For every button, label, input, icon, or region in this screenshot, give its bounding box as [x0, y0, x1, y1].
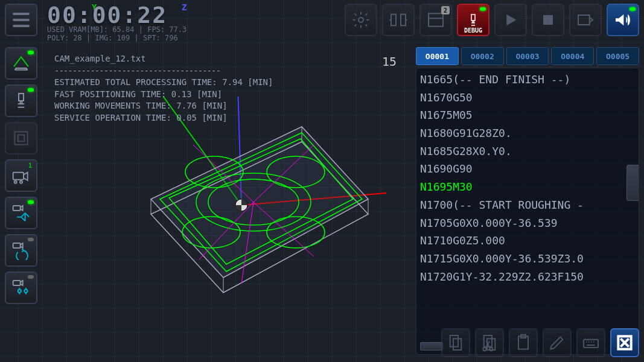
horizontal-scrollbar[interactable] — [420, 342, 443, 351]
plane-button[interactable] — [5, 47, 37, 80]
copy-button[interactable] — [441, 328, 470, 357]
svg-rect-44 — [453, 338, 461, 350]
svg-rect-32 — [19, 94, 24, 101]
led-icon — [28, 88, 34, 92]
panel-button[interactable]: 2 — [419, 4, 452, 36]
play-button[interactable] — [494, 4, 527, 36]
camera-1-button[interactable]: 1 — [5, 159, 37, 192]
step-button[interactable] — [569, 4, 602, 36]
viewport-number: 15 — [382, 54, 397, 69]
program-tab[interactable]: O0003 — [506, 47, 549, 65]
columns-button[interactable] — [382, 4, 415, 36]
camera-rotate-button[interactable] — [5, 234, 37, 267]
svg-rect-27 — [429, 13, 443, 26]
panel-badge: 2 — [441, 6, 450, 14]
fast-pos-time: FAST POSITIONING TIME: 0.13 [MIN] — [54, 89, 273, 101]
svg-rect-43 — [450, 335, 458, 347]
gcode-line[interactable]: N1710G0Z5.000 — [420, 232, 635, 250]
led-icon — [28, 200, 34, 204]
gcode-line[interactable]: N1670G50 — [420, 89, 635, 107]
camera-zoom-button[interactable] — [5, 272, 37, 304]
led-icon — [28, 238, 34, 241]
program-tab[interactable]: O0005 — [596, 47, 639, 65]
gcode-line[interactable]: N1685G28X0.Y0. — [420, 142, 635, 160]
program-tabs: O0001O0002O0003O0004O0005 — [416, 47, 639, 65]
elapsed-time: 00:00:22 — [47, 4, 345, 27]
working-time: WORKING MOVEMENTS TIME: 7.76 [MIN] — [54, 100, 273, 112]
svg-rect-29 — [471, 14, 475, 21]
cut-button[interactable] — [475, 328, 504, 357]
svg-rect-31 — [578, 15, 590, 25]
filename: CAM_example_12.txt — [54, 53, 273, 65]
program-tab[interactable]: O0001 — [416, 47, 459, 65]
toolpath-scene — [121, 97, 386, 326]
svg-rect-25 — [391, 14, 396, 26]
est-total-time: ESTIMATED TOTAL PROCESSING TIME: 7.94 [M… — [54, 77, 273, 89]
menu-button[interactable] — [5, 4, 37, 36]
program-tab[interactable]: O0004 — [551, 47, 594, 65]
svg-rect-35 — [13, 173, 24, 180]
close-button[interactable] — [610, 328, 639, 357]
led-icon — [630, 7, 636, 11]
gcode-line[interactable]: N1700(-- START ROUGHING - — [420, 196, 635, 214]
stop-button[interactable] — [532, 4, 564, 36]
led-icon — [480, 7, 486, 11]
vertical-scrollbar[interactable] — [626, 165, 639, 201]
svg-rect-34 — [18, 135, 25, 142]
svg-rect-30 — [543, 15, 553, 25]
gcode-line[interactable]: N1680G91G28Z0. — [420, 124, 635, 142]
announce-button[interactable] — [607, 4, 639, 36]
camera-move-button[interactable] — [5, 197, 37, 229]
stats-line-2: POLY: 28 | IMG: 109 | SPT: 796 — [47, 34, 345, 43]
camera-1-badge: 1 — [26, 161, 34, 170]
tool-button[interactable] — [5, 84, 37, 117]
machine-button[interactable] — [5, 122, 37, 154]
gcode-line[interactable]: N1705G0X0.000Y-36.539 — [420, 214, 635, 232]
gcode-list[interactable]: N1665(-- END FINISH --)N1670G50N1675M05N… — [416, 68, 639, 355]
debug-button[interactable]: DEBUG — [457, 4, 489, 36]
svg-marker-3 — [151, 127, 368, 278]
gcode-line[interactable]: N1695M30 — [420, 178, 635, 196]
gcode-line[interactable]: N1690G90 — [420, 160, 635, 178]
svg-rect-39 — [13, 243, 21, 248]
debug-label: DEBUG — [464, 27, 482, 34]
gcode-line[interactable]: N1715G0X0.000Y-36.539Z3.0 — [420, 250, 635, 268]
svg-point-36 — [14, 181, 17, 183]
svg-rect-38 — [13, 206, 21, 211]
led-icon — [28, 275, 34, 279]
svg-rect-40 — [13, 281, 21, 285]
svg-rect-26 — [401, 14, 406, 26]
service-time: SERVICE OPERATION TIME: 0.05 [MIN] — [54, 112, 273, 124]
paste-button[interactable] — [509, 328, 538, 357]
gcode-line[interactable]: N1720G1Y-32.229Z2.623F150 — [420, 268, 635, 286]
separator: ------------------------------------- — [54, 65, 273, 77]
svg-point-42 — [24, 290, 27, 293]
keyboard-button[interactable] — [576, 328, 605, 357]
gcode-line[interactable]: N1675M05 — [420, 106, 635, 124]
program-tab[interactable]: O0002 — [461, 47, 504, 65]
file-info-overlay: CAM_example_12.txt ---------------------… — [54, 53, 273, 124]
svg-rect-33 — [14, 132, 27, 144]
gcode-line[interactable]: N1665(-- END FINISH --) — [420, 71, 635, 89]
svg-point-37 — [20, 181, 22, 183]
svg-point-48 — [489, 348, 493, 351]
svg-point-24 — [359, 17, 363, 22]
edit-button[interactable] — [543, 328, 572, 357]
svg-point-47 — [483, 348, 486, 351]
svg-rect-51 — [584, 340, 598, 348]
led-icon — [28, 51, 34, 54]
settings-button[interactable] — [345, 4, 377, 36]
svg-point-41 — [18, 290, 21, 293]
